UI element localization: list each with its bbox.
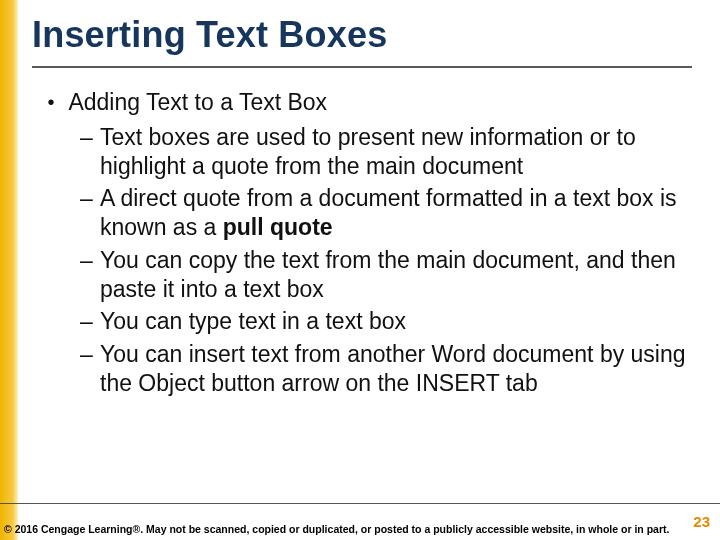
sublist: – Text boxes are used to present new inf… bbox=[80, 123, 700, 398]
dash-icon: – bbox=[80, 246, 100, 304]
dash-icon: – bbox=[80, 307, 100, 336]
bold-term: pull quote bbox=[223, 214, 333, 240]
page-number: 23 bbox=[693, 513, 710, 530]
dash-icon: – bbox=[80, 340, 100, 398]
footer-divider bbox=[0, 503, 720, 504]
slide: Inserting Text Boxes • Adding Text to a … bbox=[0, 0, 720, 540]
slide-title: Inserting Text Boxes bbox=[32, 14, 387, 56]
level2-text: Text boxes are used to present new infor… bbox=[100, 123, 700, 181]
level1-text: Adding Text to a Text Box bbox=[68, 88, 688, 117]
level2-text: You can type text in a text box bbox=[100, 307, 700, 336]
bullet-dot-icon: • bbox=[40, 90, 62, 115]
content-area: • Adding Text to a Text Box – Text boxes… bbox=[40, 88, 700, 402]
level2-text: A direct quote from a document formatted… bbox=[100, 184, 700, 242]
dash-icon: – bbox=[80, 184, 100, 242]
accent-stripe bbox=[0, 0, 18, 540]
list-item-level2: – You can insert text from another Word … bbox=[80, 340, 700, 398]
list-item-level2: – You can type text in a text box bbox=[80, 307, 700, 336]
list-item-level2: – You can copy the text from the main do… bbox=[80, 246, 700, 304]
level2-text-part: A direct quote from a document formatted… bbox=[100, 185, 677, 240]
list-item-level2: – Text boxes are used to present new inf… bbox=[80, 123, 700, 181]
level2-text: You can copy the text from the main docu… bbox=[100, 246, 700, 304]
list-item-level2: – A direct quote from a document formatt… bbox=[80, 184, 700, 242]
dash-icon: – bbox=[80, 123, 100, 181]
title-divider bbox=[32, 66, 692, 68]
level2-text: You can insert text from another Word do… bbox=[100, 340, 700, 398]
copyright-footer: © 2016 Cengage Learning®. May not be sca… bbox=[4, 523, 674, 536]
list-item-level1: • Adding Text to a Text Box bbox=[40, 88, 700, 117]
